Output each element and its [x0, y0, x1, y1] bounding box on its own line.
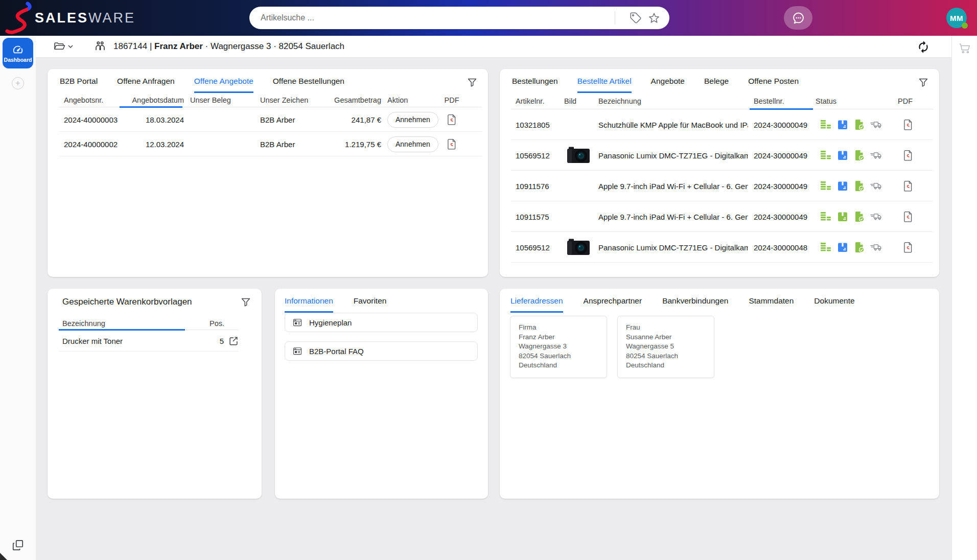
shipping-status-icon — [870, 211, 882, 223]
product-image — [564, 238, 593, 257]
status-icons — [816, 211, 892, 223]
folder-open-icon — [53, 40, 65, 53]
cell-bestellnr: 2024-30000049 — [754, 182, 810, 191]
pdf-icon[interactable] — [903, 211, 914, 223]
chat-button[interactable] — [784, 6, 812, 30]
filter-icon[interactable] — [917, 76, 929, 88]
col-status: Status — [816, 97, 892, 105]
sidebar-item-dashboard[interactable]: Dashboard — [3, 38, 33, 68]
cell-bestellnr: 2024-30000049 — [754, 151, 810, 160]
refresh-button[interactable] — [917, 40, 930, 54]
cell-unser-zeichen: B2B Arber — [260, 115, 327, 124]
table-row[interactable]: 10569512 Panasonic Lumix DMC-TZ71EG - Di… — [500, 232, 939, 263]
tab-lieferadressen[interactable]: Lieferadressen — [510, 296, 563, 313]
col-unser-zeichen[interactable]: Unser Zeichen — [260, 96, 327, 104]
annehmen-button[interactable]: Annehmen — [387, 112, 438, 128]
customer-address: · Wagnergasse 3 · 82054 Sauerlach — [203, 41, 344, 51]
package-status-icon — [836, 119, 849, 131]
cell-unser-zeichen: B2B Arber — [260, 140, 327, 149]
col-unser-beleg[interactable]: Unser Beleg — [190, 96, 254, 104]
customer-name: Franz Arber — [154, 41, 203, 51]
chat-bubble-icon — [792, 11, 805, 25]
tab-angebote[interactable]: Angebote — [651, 76, 685, 93]
tab-offene-anfragen[interactable]: Offene Anfragen — [117, 76, 175, 93]
shipping-status-icon — [870, 119, 882, 131]
speedometer-icon — [12, 44, 24, 55]
table-row[interactable]: 2024-40000003 18.03.2024 B2B Arber 241,8… — [48, 107, 488, 132]
cell-gesamtbetrag: 241,87 € — [333, 115, 381, 124]
folder-open-button[interactable] — [53, 40, 74, 53]
delivery-note-status-icon — [853, 149, 866, 161]
annehmen-button[interactable]: Annehmen — [387, 136, 438, 152]
status-icons — [816, 180, 892, 192]
col-pdf: PDF — [898, 97, 918, 105]
tag-icon[interactable] — [630, 12, 642, 24]
panel-b2b-portal: B2B Portal Offene Anfragen Offene Angebo… — [48, 69, 488, 277]
cell-bestellnr: 2024-30000048 — [754, 243, 810, 252]
table-row[interactable]: 10321805 Schutzhülle KMP Apple für MacBo… — [500, 109, 939, 140]
search-input[interactable] — [261, 13, 611, 22]
star-icon[interactable] — [648, 12, 660, 24]
avatar[interactable]: MM — [946, 8, 967, 28]
cell-bezeichnung: Apple 9.7-inch iPad Wi-Fi + Cellular - 6… — [598, 213, 748, 221]
panel-bestellungen: Bestellungen Bestellte Artikel Angebote … — [500, 69, 939, 277]
open-cart-template-button[interactable] — [228, 335, 239, 346]
add-widget-button[interactable]: + — [12, 77, 24, 89]
tab-offene-angebote[interactable]: Offene Angebote — [194, 76, 253, 93]
tab-bankverbindungen[interactable]: Bankverbindungen — [662, 296, 728, 313]
brand-logo[interactable]: SALESWARE — [5, 0, 135, 36]
col-gesamtbetrag[interactable]: Gesamtbetrag — [333, 96, 381, 104]
pdf-icon[interactable] — [903, 119, 914, 131]
col-bezeichnung[interactable]: Bezeichnung — [598, 97, 748, 105]
delivery-note-status-icon — [853, 180, 866, 192]
pdf-icon[interactable] — [903, 241, 914, 254]
col-angebotsdatum[interactable]: Angebotsdatum — [131, 96, 184, 104]
info-item-b2b-portal-faq[interactable]: B2B-Portal FAQ — [285, 341, 478, 361]
package-status-icon — [836, 180, 849, 192]
tab-dokumente[interactable]: Dokumente — [814, 296, 854, 313]
pdf-icon[interactable] — [447, 113, 457, 126]
info-item-hygieneplan[interactable]: Hygieneplan — [285, 313, 478, 332]
table-row[interactable]: Drucker mit Toner 5 — [48, 330, 262, 352]
address-country: Deutschland — [519, 361, 598, 370]
col-pos[interactable]: Pos. — [210, 319, 224, 328]
shopping-cart-icon — [958, 42, 971, 55]
filter-icon[interactable] — [466, 76, 478, 88]
table-row[interactable]: 10911575 Apple 9.7-inch iPad Wi-Fi + Cel… — [500, 201, 939, 232]
address-name: Susanne Arber — [626, 333, 706, 342]
address-card: Frau Susanne Arber Wagnergasse 5 80254 S… — [617, 316, 714, 378]
tab-bestellungen[interactable]: Bestellungen — [512, 76, 558, 93]
cell-angebotsdatum: 12.03.2024 — [131, 140, 184, 149]
pdf-icon[interactable] — [903, 180, 914, 193]
stock-status-icon — [820, 241, 832, 253]
cart-button[interactable] — [958, 42, 971, 55]
tab-ansprechpartner[interactable]: Ansprechpartner — [584, 296, 642, 313]
col-artikelnr[interactable]: Artikelnr. — [516, 97, 559, 105]
col-bestellnr[interactable]: Bestellnr. — [754, 97, 810, 105]
tab-bestellte-artikel[interactable]: Bestellte Artikel — [577, 76, 632, 93]
table-row[interactable]: 10569512 Panasonic Lumix DMC-TZ71EG - Di… — [500, 140, 939, 171]
cell-bestellnr: 2024-30000049 — [754, 121, 810, 129]
top-header: SALESWARE MM — [0, 0, 977, 36]
address-name: Franz Arber — [519, 333, 598, 342]
address-city: 82054 Sauerlach — [519, 352, 598, 361]
cell-angebotsnr: 2024-40000003 — [64, 115, 125, 124]
address-street: Wagnergasse 5 — [626, 342, 706, 352]
filter-icon[interactable] — [240, 296, 252, 308]
tab-favoriten[interactable]: Favoriten — [354, 296, 387, 313]
pdf-icon[interactable] — [447, 138, 457, 151]
tab-offene-bestellungen[interactable]: Offene Bestellungen — [273, 76, 344, 93]
article-icon — [292, 346, 303, 356]
tab-informationen[interactable]: Informationen — [285, 296, 333, 313]
table-row[interactable]: 2024-40000002 12.03.2024 B2B Arber 1.219… — [48, 132, 488, 156]
pdf-icon[interactable] — [903, 149, 914, 162]
tab-b2b-portal[interactable]: B2B Portal — [60, 76, 98, 93]
tab-belege[interactable]: Belege — [704, 76, 729, 93]
table-row[interactable]: 10911576 Apple 9.7-inch iPad Wi-Fi + Cel… — [500, 171, 939, 201]
tab-stammdaten[interactable]: Stammdaten — [749, 296, 794, 313]
copy-pages-icon[interactable] — [11, 539, 25, 552]
salesware-logo-icon — [5, 2, 34, 34]
col-bezeichnung[interactable]: Bezeichnung — [62, 319, 205, 328]
address-salutation: Frau — [626, 323, 706, 333]
tab-offene-posten[interactable]: Offene Posten — [748, 76, 799, 93]
